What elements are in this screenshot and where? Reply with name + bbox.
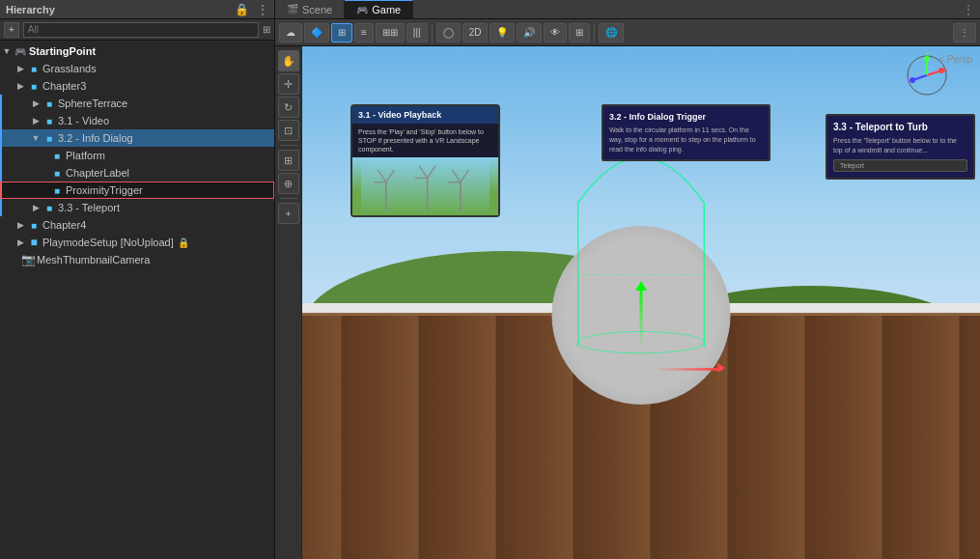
hierarchy-content: ▼ 🎮 StartingPoint ▶ ■ Grasslands ▶ ■ Cha… [0, 41, 274, 559]
icon-chapter3: ■ [27, 79, 41, 93]
scene-more-btn[interactable]: ⋮ [953, 23, 976, 42]
icon-grasslands: ■ [27, 62, 41, 75]
scene-2d-btn[interactable]: 2D [462, 23, 489, 42]
arrow-teleport: ▶ [29, 203, 42, 212]
arrow-video: ▶ [29, 116, 42, 126]
arrow-sphereterrace: ▶ [29, 98, 42, 108]
scene-audio-btn[interactable]: 🔊 [517, 23, 542, 42]
tree-item-sphereterrace[interactable]: ▶ ■ SphereTerrace [0, 95, 274, 112]
label-chapterlabel: ChapterLabel [66, 167, 129, 179]
icon-infodialog: ■ [42, 131, 56, 145]
search-input[interactable] [23, 22, 259, 38]
tool-add[interactable]: + [278, 203, 299, 224]
svg-rect-2 [361, 157, 490, 215]
scene-grid-btn[interactable]: ⊞ [331, 23, 352, 42]
scene-layers-btn[interactable]: ⊞⊞ [376, 23, 405, 42]
scene-tab-label: Scene [302, 4, 332, 15]
tree-item-proximitytrigger[interactable]: ■ ProximityTrigger [0, 182, 274, 199]
scene-light-btn[interactable]: 💡 [490, 23, 515, 42]
scene-render-btn[interactable]: 🔷 [304, 23, 329, 42]
arrow-playmodesetup: ▶ [14, 238, 27, 247]
game-tab-icon: 🎮 [356, 5, 368, 15]
label-sphereterrace: SphereTerrace [58, 98, 127, 109]
label-video: 3.1 - Video [58, 115, 109, 126]
right-panel: 🎬 Scene 🎮 Game ⋮ ☁ 🔷 ⊞ ≡ ⊞⊞ ||| ◯ 2D 💡 🔊… [275, 0, 980, 559]
tab-bar: 🎬 Scene 🎮 Game ⋮ [275, 0, 980, 19]
hierarchy-toolbar: + ⊞ [0, 19, 274, 41]
scene-layout-btn[interactable]: ≡ [354, 23, 374, 42]
gizmo-arrow-red-head [717, 363, 725, 373]
arrow-chapter3: ▶ [14, 81, 27, 91]
icon-meshthumbnail: 📷 [21, 253, 35, 266]
tree-item-video[interactable]: ▶ ■ 3.1 - Video [0, 112, 274, 129]
tool-separator2 [280, 198, 297, 199]
lock-icon[interactable]: 🔒 [235, 3, 249, 16]
label-proximitytrigger: ProximityTrigger [66, 184, 143, 196]
scene-camera-btn[interactable]: 🌐 [599, 23, 624, 42]
teleport-panel: 3.3 - Teleport to Turb Press the 'Telepo… [826, 114, 975, 180]
video-panel-header: 3.1 - Video Playback [352, 106, 498, 124]
video-panel-text: Press the 'Play' and 'Stop' button below… [352, 124, 498, 157]
tool-hand[interactable]: ✋ [278, 50, 299, 71]
tool-move[interactable]: ✛ [278, 73, 299, 95]
teleport-button[interactable]: Teleport [833, 159, 967, 172]
icon-sphereterrace: ■ [42, 97, 56, 110]
scene-orbit-btn[interactable]: ◯ [436, 23, 461, 42]
gizmo-arrow-red [655, 368, 722, 371]
info-dialog-text: Walk to the circular platform in 11 secs… [609, 126, 763, 154]
tab-scene[interactable]: 🎬 Scene [275, 0, 345, 18]
toolbar-separator-2 [594, 24, 595, 42]
tree-item-meshthumbnail[interactable]: 📷 MeshThumbnailCamera [0, 251, 274, 268]
label-chapter4: Chapter4 [42, 219, 86, 231]
icon-chapterlabel: ■ [50, 166, 64, 180]
scene-tab-icon: 🎬 [287, 4, 298, 14]
icon-playmodesetup: ■ [27, 236, 41, 249]
icon-platform: ■ [50, 149, 64, 162]
tree-item-platform[interactable]: ■ Platform [0, 147, 274, 164]
tree-item-infodialog[interactable]: ▼ ■ 3.2 - Info Dialog [0, 129, 274, 147]
teleport-title: 3.3 - Teleport to Turb [833, 122, 967, 132]
arrow-infodialog: ▼ [29, 133, 42, 143]
search-options-icon[interactable]: ⊞ [263, 24, 270, 35]
tool-scale[interactable]: ⊡ [278, 120, 299, 141]
noupload-indicator: 🔒 [178, 238, 189, 248]
teleport-text: Press the 'Teleport' button below to to … [833, 136, 967, 155]
tree-item-chapter4[interactable]: ▶ ■ Chapter4 [0, 216, 274, 234]
tree-item-teleport[interactable]: ▶ ■ 3.3 - Teleport [0, 199, 274, 216]
icon-proximitytrigger: ■ [50, 183, 64, 197]
arrow-grasslands: ▶ [14, 64, 27, 73]
scene-gizmo-btn[interactable]: ⊞ [569, 23, 590, 42]
label-infodialog: 3.2 - Info Dialog [58, 132, 133, 144]
tree-item-playmodesetup[interactable]: ▶ ■ PlaymodeSetup [NoUpload] 🔒 [0, 234, 274, 251]
scene-shading-btn[interactable]: ☁ [279, 23, 302, 42]
scene-toolbar: ☁ 🔷 ⊞ ≡ ⊞⊞ ||| ◯ 2D 💡 🔊 👁 ⊞ 🌐 ⋮ [275, 19, 980, 46]
tab-menu-button[interactable]: ⋮ [957, 0, 980, 18]
windmill-image [352, 157, 498, 215]
tool-rotate[interactable]: ↻ [278, 97, 299, 118]
label-meshthumbnail: MeshThumbnailCamera [37, 254, 150, 266]
scene-video-panel: 3.1 - Video Playback Press the 'Play' an… [350, 104, 500, 217]
tree-item-grasslands[interactable]: ▶ ■ Grasslands [0, 60, 274, 77]
tool-transform[interactable]: ⊕ [278, 173, 299, 194]
add-button[interactable]: + [4, 22, 19, 38]
tree-item-chapter3[interactable]: ▶ ■ Chapter3 [0, 77, 274, 95]
game-tab-label: Game [372, 4, 401, 15]
orientation-gizmo[interactable]: X Y Z [903, 51, 951, 99]
hierarchy-header-icons: 🔒 ⋮ [235, 3, 268, 16]
more-icon[interactable]: ⋮ [257, 3, 268, 16]
tool-rect[interactable]: ⊞ [278, 150, 299, 171]
toolbar-separator-1 [432, 24, 433, 42]
tree-item-startingpoint[interactable]: ▼ 🎮 StartingPoint [0, 42, 274, 60]
label-teleport: 3.3 - Teleport [58, 202, 120, 213]
icon-video: ■ [42, 114, 56, 127]
tree-item-chapterlabel[interactable]: ■ ChapterLabel [0, 164, 274, 182]
scene-fx-btn[interactable]: 👁 [544, 23, 567, 42]
tab-game[interactable]: 🎮 Game [345, 0, 413, 18]
scene-sep1-btn[interactable]: ||| [406, 23, 428, 42]
gizmo-arrow-green [640, 289, 643, 347]
label-platform: Platform [66, 150, 105, 161]
viewport[interactable]: ✋ ✛ ↻ ⊡ ⊞ ⊕ + [275, 46, 980, 559]
svg-text:Y: Y [925, 51, 930, 58]
arrow-startingpoint: ▼ [0, 46, 14, 56]
icon-teleport: ■ [42, 201, 56, 214]
